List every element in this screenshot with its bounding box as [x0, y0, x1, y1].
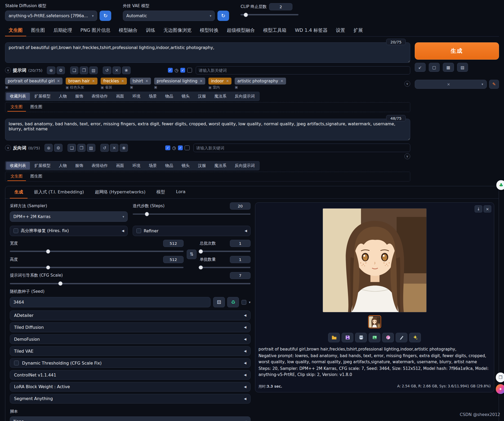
category-tab[interactable]: 反向提示词 [231, 162, 259, 169]
category-tab[interactable]: 镜头 [178, 162, 193, 169]
category-tab[interactable]: 场景 [145, 93, 160, 100]
favorites-sub-tab[interactable]: 图生图 [27, 172, 46, 181]
category-tab[interactable]: 汉服 [194, 93, 210, 100]
cfg-slider[interactable] [10, 283, 250, 284]
slider-thumb[interactable] [199, 249, 203, 254]
steps-slider[interactable] [133, 214, 251, 215]
clip-skip-input[interactable]: 2 [269, 3, 292, 10]
category-tab[interactable]: 镜头 [178, 93, 193, 100]
category-tab[interactable]: 画面 [112, 93, 128, 100]
model-dropdown[interactable]: anything-v5-PrtRE.safetensors [7f96a1a9c… [5, 11, 97, 21]
save-zip-button[interactable] [355, 333, 367, 342]
collapse-icon[interactable]: ∨ [5, 145, 11, 151]
new-keyword-input[interactable] [196, 66, 410, 75]
height-slider[interactable] [10, 267, 184, 268]
main-tab[interactable]: 无边图像浏览 [160, 25, 195, 36]
hires-fix-checkbox[interactable] [14, 228, 18, 233]
plugin-leaf-button[interactable]: ♣ [496, 180, 504, 190]
category-tab[interactable]: 魔法系 [211, 162, 230, 169]
category-tab[interactable]: 人物 [55, 162, 70, 169]
favorites-sub-tab[interactable]: 文生图 [7, 103, 26, 112]
send-to-inpaint-button[interactable] [382, 333, 394, 342]
category-tab[interactable]: 扩展模型 [30, 162, 54, 169]
refiner-checkbox[interactable] [136, 228, 141, 233]
send-to-img2img-button[interactable] [369, 333, 380, 342]
settings-tab[interactable]: 模型 [152, 186, 170, 198]
reuse-seed-button[interactable]: ♻ [227, 297, 239, 307]
category-tab[interactable]: 表情动作 [88, 162, 111, 169]
send-to-extras-button[interactable] [396, 333, 407, 342]
category-tab[interactable]: 物品 [161, 162, 177, 169]
gallery-thumbnail[interactable] [368, 315, 381, 328]
tag-pill[interactable]: indoor× [208, 78, 231, 84]
width-input[interactable]: 512 [163, 240, 184, 247]
remove-tag-icon[interactable]: × [92, 79, 95, 83]
category-tab[interactable]: 物品 [161, 93, 177, 100]
category-tab[interactable]: 扩展模型 [30, 93, 54, 100]
extra-seed-checkbox[interactable] [242, 300, 246, 305]
slider-thumb[interactable] [46, 265, 50, 270]
collapse-panel-icon[interactable]: ∨ [404, 153, 410, 159]
category-tab[interactable]: 表情动作 [88, 93, 111, 100]
height-input[interactable]: 512 [163, 256, 184, 263]
remove-tag-icon[interactable]: × [226, 79, 229, 83]
category-tab[interactable]: 环境 [128, 162, 144, 169]
save-image-button[interactable] [342, 333, 353, 342]
remove-tag-icon[interactable]: × [145, 79, 148, 83]
main-tab[interactable]: 后期处理 [50, 25, 75, 36]
negative-prompt-textarea[interactable]: lowres, bad anatomy, bad hands, text, er… [5, 119, 410, 141]
live-preview-checkbox[interactable]: ✓ [178, 145, 183, 150]
save-icon[interactable]: ❐ [80, 67, 88, 74]
tag-pill[interactable]: tshirt× [130, 78, 151, 84]
paste-icon[interactable]: ❏ [70, 67, 79, 74]
generate-button[interactable]: 生成 [415, 42, 499, 60]
save-icon[interactable]: ❐ [77, 144, 86, 152]
slider-thumb[interactable] [145, 212, 149, 216]
main-tab[interactable]: 扩展 [350, 25, 366, 36]
card-icon[interactable]: ▤ [89, 67, 98, 74]
clear-styles-icon[interactable]: × [447, 82, 450, 86]
gear-icon[interactable]: ⚙ [54, 144, 63, 152]
close-preview-button[interactable]: × [484, 205, 491, 212]
category-tab[interactable]: 汉服 [194, 162, 210, 169]
favorites-sub-tab[interactable]: 图生图 [27, 103, 46, 112]
batch-count-slider[interactable] [200, 251, 251, 252]
batch-count-input[interactable]: 1 [230, 240, 251, 247]
refresh-vae-button[interactable]: ↻ [217, 11, 229, 21]
globe-icon[interactable]: ⊕ [47, 67, 55, 74]
main-tab[interactable]: WD 1.4 标签器 [291, 25, 331, 36]
history-clock-icon[interactable]: ◷ [172, 145, 176, 150]
batch-size-slider[interactable] [200, 267, 251, 268]
extra-networks-icon[interactable]: ▦ [443, 63, 454, 72]
clear-prompt-icon[interactable]: ▢ [429, 63, 440, 72]
tag-pill[interactable]: freckles× [101, 78, 127, 84]
steps-input[interactable]: 20 [230, 202, 251, 210]
extra-option-checkbox[interactable] [187, 68, 192, 73]
random-seed-button[interactable]: ⚄ [213, 297, 225, 307]
styles-dropdown[interactable]: × ▾ [415, 80, 487, 89]
slider-thumb[interactable] [58, 281, 63, 286]
paste-params-icon[interactable]: ↙ [415, 63, 426, 72]
extension-accordion[interactable]: ControlNet v1.1.441 ◀ [10, 370, 250, 380]
extension-accordion[interactable]: Dynamic Thresholding (CFG Scale Fix) ◀ [10, 358, 250, 368]
extension-accordion[interactable]: LoRA Block Weight : Active ◀ [10, 382, 250, 392]
main-tab[interactable]: 模型融合 [115, 25, 141, 36]
open-folder-button[interactable] [328, 333, 340, 342]
category-tab[interactable]: 画面 [112, 162, 128, 169]
delete-all-icon[interactable]: ✕ [113, 67, 121, 74]
settings-tab[interactable]: Lora [172, 186, 190, 198]
remove-tag-icon[interactable]: × [121, 79, 124, 83]
main-tab[interactable]: 超级模型融合 [223, 25, 258, 36]
auto-translate-checkbox[interactable]: ✓ [168, 68, 173, 73]
card-icon[interactable]: ▤ [87, 144, 95, 152]
brand-float-button[interactable]: ✦ [496, 384, 504, 394]
style-card-icon[interactable]: ▤ [457, 63, 468, 72]
batch-size-input[interactable]: 1 [230, 256, 251, 263]
settings-tab[interactable]: 嵌入式 (T.I. Embedding) [29, 186, 88, 198]
tag-pill[interactable]: artistic photography× [235, 78, 286, 84]
main-tab[interactable]: PNG 图片信息 [77, 25, 114, 36]
extension-accordion[interactable]: Tiled Diffusion ◀ [10, 322, 250, 332]
favorites-sub-tab[interactable]: 文生图 [7, 172, 26, 181]
refresh-model-button[interactable]: ↻ [100, 11, 111, 21]
main-tab[interactable]: 文生图 [5, 25, 26, 36]
